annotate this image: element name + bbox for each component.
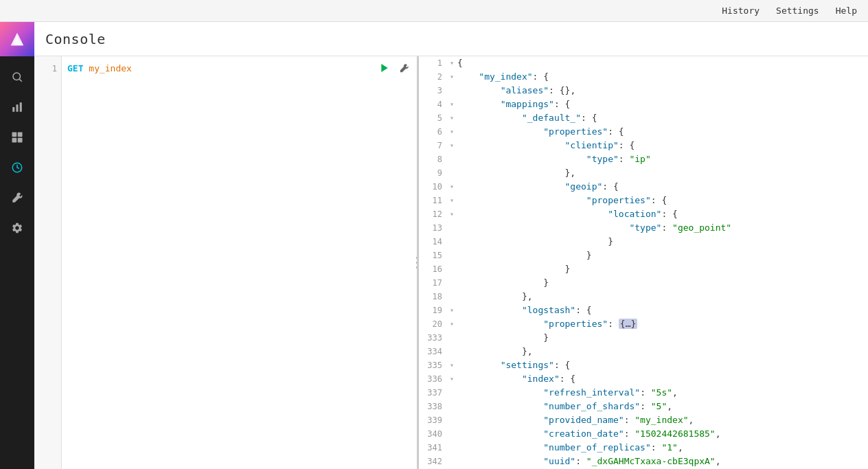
- out-code: "type": "geo_point": [457, 221, 868, 235]
- out-line-num: 12: [419, 207, 446, 221]
- out-line-num: 13: [419, 221, 446, 235]
- app-header: Console: [34, 22, 868, 56]
- out-line-num: 335: [419, 358, 446, 372]
- table-row: 337 "refresh_interval": "5s",: [419, 386, 868, 400]
- content-area: Console 1 GET my_index: [34, 22, 868, 469]
- editor-code-area[interactable]: GET my_index: [62, 56, 417, 469]
- fold-icon[interactable]: ▾: [446, 207, 457, 221]
- fold-icon[interactable]: ▾: [446, 358, 457, 372]
- fold-icon[interactable]: ▾: [446, 372, 457, 386]
- svg-rect-3: [20, 102, 22, 112]
- out-line-num: 1: [419, 56, 446, 70]
- history-link[interactable]: History: [722, 5, 760, 16]
- out-code: "properties": {…}: [457, 317, 868, 331]
- sidebar-item-settings[interactable]: [3, 216, 31, 240]
- table-row: 2▾ "my_index": {: [419, 70, 868, 84]
- svg-rect-6: [12, 138, 17, 143]
- out-line-num: 9: [419, 166, 446, 180]
- fold-icon[interactable]: ▾: [446, 56, 457, 70]
- table-row: 340 "creation_date": "1502442681585",: [419, 427, 868, 441]
- table-row: 7▾ "clientip": {: [419, 139, 868, 152]
- table-row: 338 "number_of_shards": "5",: [419, 400, 868, 413]
- sidebar-item-dashboard[interactable]: [3, 125, 31, 150]
- table-row: 12▾ "location": {: [419, 207, 868, 221]
- out-line-num: 20: [419, 317, 446, 331]
- table-row: 14 }: [419, 235, 868, 249]
- out-line-num: 10: [419, 180, 446, 194]
- out-code: "settings": {: [457, 358, 868, 372]
- editor-panel: 1 GET my_index: [34, 56, 419, 469]
- sidebar-item-visualize[interactable]: [3, 95, 31, 119]
- fold-icon[interactable]: ▾: [446, 194, 457, 207]
- fold-icon[interactable]: ▾: [446, 180, 457, 194]
- fold-icon[interactable]: ▾: [446, 125, 457, 139]
- output-panel[interactable]: 1▾{2▾ "my_index": {3 "aliases": {},4▾ "m…: [419, 56, 868, 469]
- wrench-button[interactable]: [396, 60, 411, 76]
- table-row: 17 }: [419, 276, 868, 290]
- out-line-num: 6: [419, 125, 446, 139]
- table-row: 15 }: [419, 249, 868, 262]
- page-title: Console: [45, 31, 106, 47]
- out-code: "properties": {: [457, 194, 868, 207]
- top-nav: History Settings Help: [722, 5, 857, 16]
- out-line-num: 4: [419, 98, 446, 111]
- fold-icon[interactable]: ▾: [446, 70, 457, 84]
- svg-rect-5: [18, 133, 23, 137]
- out-line-num: 342: [419, 455, 446, 468]
- fold-icon[interactable]: ▾: [446, 139, 457, 152]
- out-line-num: 2: [419, 70, 446, 84]
- out-line-num: 15: [419, 249, 446, 262]
- drag-handle[interactable]: [414, 56, 419, 469]
- out-code: "_default_": {: [457, 111, 868, 125]
- fold-icon[interactable]: ▾: [446, 317, 457, 331]
- out-code: },: [457, 345, 868, 358]
- out-code: "aliases": {},: [457, 84, 868, 98]
- sidebar-icons: [0, 56, 34, 240]
- out-line-num: 18: [419, 290, 446, 304]
- get-keyword: GET: [67, 62, 83, 76]
- out-code: }: [457, 331, 868, 345]
- editor-area: 1 GET my_index: [34, 56, 868, 469]
- run-button[interactable]: [377, 60, 392, 76]
- table-row: 341 "number_of_replicas": "1",: [419, 441, 868, 455]
- out-code: "logstash": {: [457, 304, 868, 317]
- out-line-num: 16: [419, 262, 446, 276]
- fold-icon[interactable]: ▾: [446, 111, 457, 125]
- line-num-1: 1: [52, 62, 57, 76]
- sidebar-item-devtools[interactable]: [3, 185, 31, 210]
- table-row: 9 },: [419, 166, 868, 180]
- out-line-num: 338: [419, 400, 446, 413]
- out-line-num: 17: [419, 276, 446, 290]
- out-code: }: [457, 276, 868, 290]
- sidebar-item-timelion[interactable]: [3, 155, 31, 180]
- out-code: "properties": {: [457, 125, 868, 139]
- help-link[interactable]: Help: [836, 5, 857, 16]
- svg-rect-7: [18, 138, 23, 143]
- out-code: "refresh_interval": "5s",: [457, 386, 868, 400]
- table-row: 19▾ "logstash": {: [419, 304, 868, 317]
- table-row: 13 "type": "geo_point": [419, 221, 868, 235]
- out-code: "clientip": {: [457, 139, 868, 152]
- out-code: "number_of_shards": "5",: [457, 400, 868, 413]
- svg-rect-1: [12, 107, 14, 112]
- sidebar-item-discover[interactable]: [3, 65, 31, 89]
- drag-dot-1: [416, 257, 418, 259]
- out-line-num: 333: [419, 331, 446, 345]
- out-line-num: 339: [419, 413, 446, 427]
- settings-link[interactable]: Settings: [776, 5, 819, 16]
- table-row: 334 },: [419, 345, 868, 358]
- table-row: 20▾ "properties": {…}: [419, 317, 868, 331]
- out-code: "provided_name": "my_index",: [457, 413, 868, 427]
- sidebar: [0, 22, 34, 469]
- out-code: "location": {: [457, 207, 868, 221]
- out-line-num: 3: [419, 84, 446, 98]
- out-line-num: 5: [419, 111, 446, 125]
- fold-icon[interactable]: ▾: [446, 304, 457, 317]
- table-row: 8 "type": "ip": [419, 152, 868, 166]
- app-logo[interactable]: [0, 22, 34, 56]
- out-code: "type": "ip": [457, 152, 868, 166]
- fold-icon[interactable]: ▾: [446, 98, 457, 111]
- editor-line-1: GET my_index: [67, 62, 411, 76]
- table-row: 16 }: [419, 262, 868, 276]
- table-row: 1▾{: [419, 56, 868, 70]
